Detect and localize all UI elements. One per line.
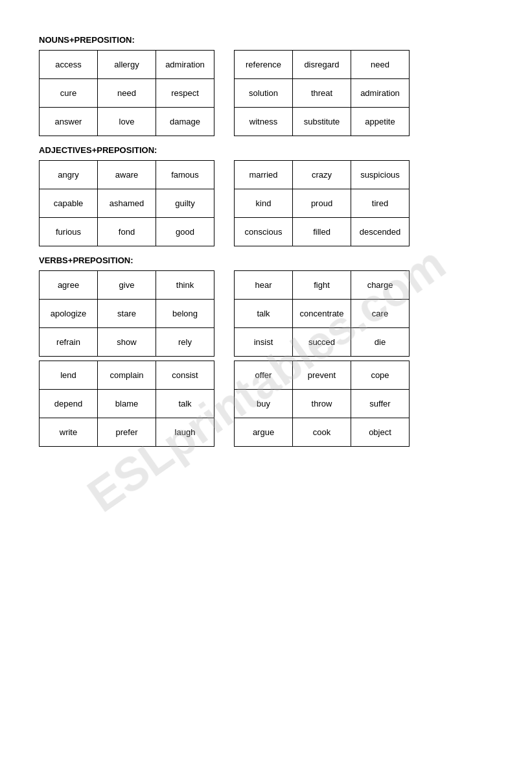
table-row: answerlovedamage [40, 108, 214, 136]
cell-2-2: laugh [156, 418, 214, 447]
table-row: cureneedrespect [40, 79, 214, 108]
table-row: writepreferlaugh [40, 418, 214, 447]
cell-1-0: depend [40, 390, 98, 418]
table-row: solutionthreatadmiration [235, 79, 410, 108]
cell-2-0: refrain [40, 328, 98, 357]
cell-1-1: proud [293, 189, 351, 218]
cell-0-2: famous [156, 161, 214, 189]
grids-row-verbs2: lendcomplainconsistdependblametalkwritep… [39, 361, 493, 447]
cell-1-1: threat [293, 79, 351, 108]
section-title-adjectives: ADJECTIVES+PREPOSITION: [39, 145, 493, 155]
cell-1-0: solution [235, 79, 293, 108]
cell-2-2: good [156, 218, 214, 246]
table-row: hearfightcharge [235, 271, 410, 300]
cell-0-0: lend [40, 361, 98, 390]
cell-1-0: capable [40, 189, 98, 218]
table-row: witnesssubstituteappetite [235, 108, 410, 136]
cell-2-2: descended [351, 218, 410, 246]
cell-2-0: witness [235, 108, 293, 136]
cell-0-2: need [351, 51, 410, 79]
cell-2-2: rely [156, 328, 214, 357]
cell-2-1: fond [98, 218, 156, 246]
cell-2-1: show [98, 328, 156, 357]
table-row: offerpreventcope [235, 361, 410, 390]
cell-0-1: give [98, 271, 156, 300]
cell-0-0: offer [235, 361, 293, 390]
cell-1-2: respect [156, 79, 214, 108]
cell-1-2: tired [351, 189, 410, 218]
cell-0-2: consist [156, 361, 214, 390]
cell-0-0: reference [235, 51, 293, 79]
table-row: accessallergyadmiration [40, 51, 214, 79]
table-row: buythrowsuffer [235, 390, 410, 418]
section-title-verbs1: VERBS+PREPOSITION: [39, 255, 493, 265]
cell-1-1: ashamed [98, 189, 156, 218]
cell-1-0: talk [235, 300, 293, 328]
grids-row-nouns: accessallergyadmirationcureneedrespectan… [39, 50, 493, 136]
cell-2-0: argue [235, 418, 293, 447]
cell-0-2: charge [351, 271, 410, 300]
table-row: refrainshowrely [40, 328, 214, 357]
cell-0-1: complain [98, 361, 156, 390]
cell-1-0: buy [235, 390, 293, 418]
cell-2-2: appetite [351, 108, 410, 136]
cell-1-2: admiration [351, 79, 410, 108]
grid-adjectives-1: marriedcrazysuspiciouskindproudtiredcons… [234, 160, 410, 246]
cell-2-1: succed [293, 328, 351, 357]
cell-1-1: stare [98, 300, 156, 328]
grid-verbs2-1: offerpreventcopebuythrowsufferarguecooko… [234, 361, 410, 447]
grid-verbs2-0: lendcomplainconsistdependblametalkwritep… [39, 361, 214, 447]
table-row: consciousfilleddescended [235, 218, 410, 246]
table-row: kindproudtired [235, 189, 410, 218]
cell-2-0: write [40, 418, 98, 447]
cell-2-1: substitute [293, 108, 351, 136]
cell-0-0: hear [235, 271, 293, 300]
cell-2-1: cook [293, 418, 351, 447]
table-row: referencedisregardneed [235, 51, 410, 79]
table-row: angryawarefamous [40, 161, 214, 189]
cell-1-1: throw [293, 390, 351, 418]
cell-1-2: suffer [351, 390, 410, 418]
cell-0-2: cope [351, 361, 410, 390]
cell-0-1: disregard [293, 51, 351, 79]
cell-1-1: blame [98, 390, 156, 418]
table-row: arguecookobject [235, 418, 410, 447]
cell-2-2: die [351, 328, 410, 357]
grids-row-verbs1: agreegivethinkapologizestarebelongrefrai… [39, 270, 493, 357]
cell-1-2: care [351, 300, 410, 328]
cell-1-0: cure [40, 79, 98, 108]
table-row: talkconcentratecare [235, 300, 410, 328]
table-row: agreegivethink [40, 271, 214, 300]
cell-0-0: angry [40, 161, 98, 189]
cell-1-2: talk [156, 390, 214, 418]
cell-1-2: guilty [156, 189, 214, 218]
cell-0-0: agree [40, 271, 98, 300]
cell-2-1: filled [293, 218, 351, 246]
table-row: capableashamedguilty [40, 189, 214, 218]
cell-1-1: concentrate [293, 300, 351, 328]
grid-adjectives-0: angryawarefamouscapableashamedguiltyfuri… [39, 160, 214, 246]
cell-1-2: belong [156, 300, 214, 328]
cell-0-2: think [156, 271, 214, 300]
cell-0-1: prevent [293, 361, 351, 390]
cell-0-0: access [40, 51, 98, 79]
table-row: apologizestarebelong [40, 300, 214, 328]
cell-2-0: insist [235, 328, 293, 357]
cell-0-1: crazy [293, 161, 351, 189]
cell-0-1: allergy [98, 51, 156, 79]
cell-0-2: admiration [156, 51, 214, 79]
cell-2-0: answer [40, 108, 98, 136]
table-row: marriedcrazysuspicious [235, 161, 410, 189]
cell-2-2: object [351, 418, 410, 447]
table-row: insistsucceddie [235, 328, 410, 357]
grid-verbs1-1: hearfightchargetalkconcentratecareinsist… [234, 270, 410, 357]
cell-0-2: suspicious [351, 161, 410, 189]
cell-2-1: prefer [98, 418, 156, 447]
table-row: furiousfondgood [40, 218, 214, 246]
section-title-nouns: NOUNS+PREPOSITION: [39, 35, 493, 45]
table-row: dependblametalk [40, 390, 214, 418]
grid-verbs1-0: agreegivethinkapologizestarebelongrefrai… [39, 270, 214, 357]
cell-2-1: love [98, 108, 156, 136]
cell-2-0: conscious [235, 218, 293, 246]
cell-2-2: damage [156, 108, 214, 136]
